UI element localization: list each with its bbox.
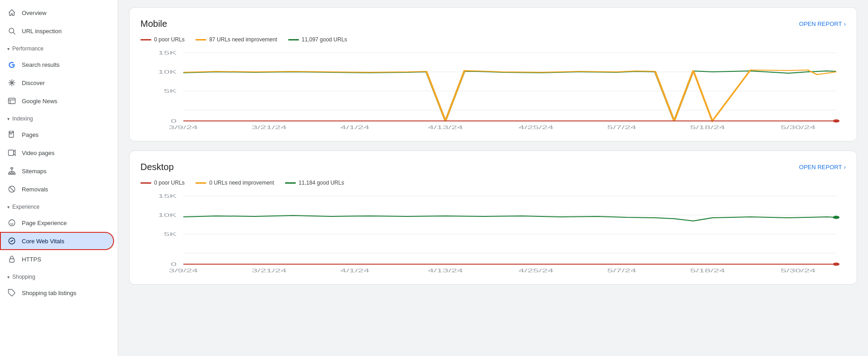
sidebar-item-label: Page Experience	[22, 220, 67, 226]
svg-text:5/7/24: 5/7/24	[607, 125, 636, 130]
svg-rect-16	[13, 173, 15, 175]
chevron-down-icon: ▾	[7, 205, 10, 210]
good-line	[288, 39, 299, 40]
mobile-legend-improve: 87 URLs need improvement	[195, 36, 277, 43]
mobile-card-title: Mobile	[140, 19, 167, 29]
sidebar-item-label: Sitemaps	[22, 168, 46, 175]
desktop-open-report-label: OPEN REPORT	[799, 164, 842, 170]
svg-text:3/9/24: 3/9/24	[169, 125, 198, 130]
svg-rect-13	[11, 168, 13, 169]
svg-text:4/25/24: 4/25/24	[519, 125, 554, 130]
svg-text:15K: 15K	[158, 193, 177, 199]
sidebar-item-google-news[interactable]: Google News	[0, 92, 114, 110]
desktop-legend-improve-label: 0 URLs need improvement	[209, 180, 274, 186]
vitals-icon	[7, 236, 16, 246]
svg-text:15K: 15K	[158, 50, 177, 55]
good-line	[285, 182, 296, 184]
desktop-legend-poor-label: 0 poor URLs	[154, 180, 185, 186]
svg-point-58	[833, 263, 840, 266]
mobile-open-report-link[interactable]: OPEN REPORT ›	[799, 20, 846, 27]
search-icon	[7, 26, 16, 35]
svg-point-57	[833, 216, 840, 219]
svg-text:0: 0	[171, 261, 177, 267]
svg-text:4/1/24: 4/1/24	[340, 268, 369, 273]
sidebar-section-indexing[interactable]: ▾ Indexing	[0, 112, 118, 125]
mobile-chart: 15K 10K 5K 0 3/9/24 3/21/24 4/1/24 4/13/…	[140, 48, 846, 130]
svg-text:3/21/24: 3/21/24	[252, 268, 287, 273]
desktop-legend-improve: 0 URLs need improvement	[195, 180, 274, 186]
sidebar-item-removals[interactable]: Removals	[0, 180, 114, 198]
svg-text:10K: 10K	[158, 69, 177, 75]
svg-text:10K: 10K	[158, 212, 177, 218]
mobile-card-header: Mobile OPEN REPORT ›	[140, 19, 846, 29]
sidebar-section-experience[interactable]: ▾ Experience	[0, 200, 118, 214]
mobile-legend-poor: 0 poor URLs	[140, 36, 185, 43]
chevron-down-icon: ▾	[7, 116, 10, 121]
svg-rect-14	[9, 173, 11, 175]
svg-rect-15	[11, 173, 13, 175]
svg-text:5/18/24: 5/18/24	[690, 125, 725, 130]
main-content: Mobile OPEN REPORT › 0 poor URLs 87 URLs…	[118, 0, 868, 356]
sidebar-item-discover[interactable]: Discover	[0, 74, 114, 92]
desktop-legend-good: 11,184 good URLs	[285, 180, 344, 186]
sidebar-item-label: Google News	[22, 98, 57, 105]
sidebar-item-url-inspection[interactable]: URL inspection	[0, 22, 114, 40]
asterisk-icon	[7, 78, 16, 87]
sidebar-item-pages[interactable]: Pages	[0, 125, 114, 144]
home-icon	[7, 8, 16, 17]
sidebar-item-label: Discover	[22, 80, 45, 86]
desktop-legend-poor: 0 poor URLs	[140, 180, 185, 186]
desktop-open-report-link[interactable]: OPEN REPORT ›	[799, 164, 846, 170]
poor-line	[140, 182, 151, 184]
mobile-legend-improve-label: 87 URLs need improvement	[209, 36, 277, 43]
removal-icon	[7, 185, 16, 194]
chevron-right-icon: ›	[844, 164, 846, 170]
svg-rect-11	[9, 150, 14, 155]
svg-point-39	[833, 120, 840, 123]
sidebar-item-label: Video pages	[22, 150, 55, 156]
svg-text:5/30/24: 5/30/24	[781, 268, 816, 273]
sidebar-item-label: Shopping tab listings	[22, 290, 76, 296]
video-icon	[7, 148, 16, 157]
tag-icon	[7, 288, 16, 297]
sidebar-item-overview[interactable]: Overview	[0, 4, 114, 22]
mobile-chart-svg: 15K 10K 5K 0 3/9/24 3/21/24 4/1/24 4/13/…	[140, 48, 846, 130]
sidebar: Overview URL inspection ▾ Performance Se…	[0, 0, 118, 356]
svg-rect-6	[9, 98, 15, 104]
desktop-card-header: Desktop OPEN REPORT ›	[140, 162, 846, 172]
sidebar-item-video-pages[interactable]: Video pages	[0, 144, 114, 162]
sidebar-item-label: Pages	[22, 131, 39, 138]
sidebar-section-label: Performance	[12, 45, 44, 52]
desktop-chart: 15K 10K 5K 0 3/9/24 3/21/24 4/1/24 4/13/…	[140, 191, 846, 273]
desktop-card: Desktop OPEN REPORT › 0 poor URLs 0 URLs…	[129, 150, 857, 285]
svg-line-1	[13, 32, 15, 34]
svg-line-23	[10, 187, 15, 192]
svg-text:3/21/24: 3/21/24	[252, 125, 287, 130]
sidebar-item-label: Search results	[22, 61, 60, 68]
sidebar-item-page-experience[interactable]: Page Experience	[0, 214, 114, 232]
mobile-legend-good-label: 11,097 good URLs	[302, 36, 347, 43]
sidebar-section-performance[interactable]: ▾ Performance	[0, 42, 118, 55]
sidebar-item-search-results[interactable]: Search results	[0, 55, 114, 74]
svg-text:5/18/24: 5/18/24	[690, 268, 725, 273]
sidebar-section-shopping[interactable]: ▾ Shopping	[0, 270, 118, 284]
desktop-legend: 0 poor URLs 0 URLs need improvement 11,1…	[140, 180, 846, 186]
svg-text:5K: 5K	[164, 88, 176, 94]
sidebar-item-sitemaps[interactable]: Sitemaps	[0, 162, 114, 180]
chevron-right-icon: ›	[844, 20, 846, 27]
sidebar-section-label: Shopping	[12, 274, 35, 280]
desktop-chart-svg: 15K 10K 5K 0 3/9/24 3/21/24 4/1/24 4/13/…	[140, 191, 846, 273]
chevron-down-icon: ▾	[7, 46, 10, 51]
google-g-icon	[7, 60, 16, 69]
svg-text:4/1/24: 4/1/24	[340, 125, 369, 130]
mobile-legend-good: 11,097 good URLs	[288, 36, 347, 43]
sidebar-item-shopping-tab[interactable]: Shopping tab listings	[0, 284, 114, 302]
svg-text:0: 0	[171, 118, 177, 124]
sidebar-item-core-web-vitals[interactable]: Core Web Vitals	[0, 232, 114, 250]
chevron-down-icon: ▾	[7, 275, 10, 280]
mobile-card: Mobile OPEN REPORT › 0 poor URLs 87 URLs…	[129, 7, 857, 141]
svg-text:5/7/24: 5/7/24	[607, 268, 636, 273]
sidebar-item-label: HTTPS	[22, 256, 41, 263]
sidebar-item-label: Removals	[22, 186, 48, 193]
sidebar-item-https[interactable]: HTTPS	[0, 250, 114, 268]
